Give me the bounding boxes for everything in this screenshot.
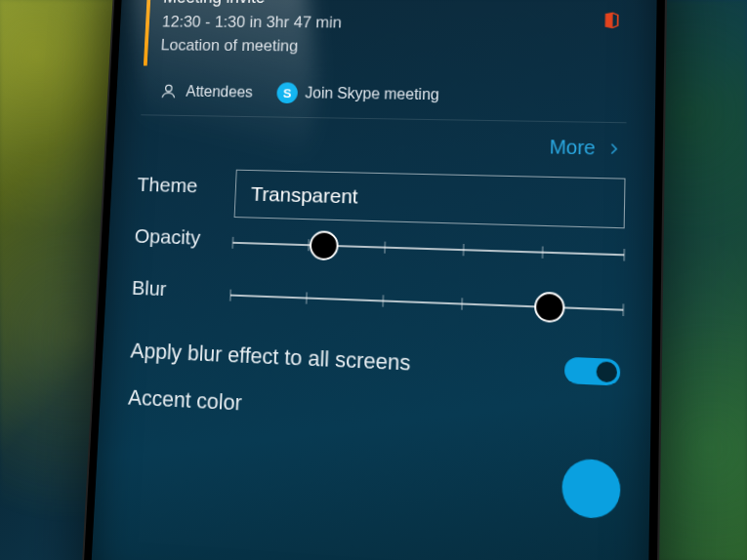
- phone-screen: Meeting invite 12:30 - 1:30 in 3hr 47 mi…: [90, 0, 657, 560]
- office-icon: [602, 11, 622, 30]
- accent-color-swatch[interactable]: [561, 459, 621, 521]
- apply-blur-label: Apply blur effect to all screens: [130, 339, 411, 377]
- slider-thumb[interactable]: [534, 292, 565, 323]
- calendar-event-card[interactable]: Meeting invite 12:30 - 1:30 in 3hr 47 mi…: [144, 0, 629, 71]
- accent-color-label: Accent color: [127, 385, 242, 417]
- theme-row: Theme Transparent: [136, 168, 626, 229]
- person-icon: [158, 81, 180, 101]
- blur-slider[interactable]: [229, 274, 624, 333]
- apply-blur-toggle[interactable]: [564, 357, 621, 386]
- skype-icon: S: [276, 83, 298, 104]
- blur-label: Blur: [131, 270, 222, 302]
- event-actions: Attendees S Join Skype meeting: [141, 71, 627, 123]
- phone-frame: Meeting invite 12:30 - 1:30 in 3hr 47 mi…: [80, 0, 668, 560]
- theme-label: Theme: [137, 168, 227, 199]
- chevron-right-icon: [605, 140, 622, 157]
- opacity-slider[interactable]: [231, 221, 624, 277]
- attendees-label: Attendees: [186, 84, 253, 101]
- attendees-button[interactable]: Attendees: [158, 81, 253, 103]
- theme-dropdown[interactable]: Transparent: [234, 170, 626, 229]
- blur-row: Blur: [131, 270, 624, 333]
- event-time: 12:30 - 1:30 in 3hr 47 min: [161, 11, 622, 36]
- event-location: Location of meeting: [160, 34, 622, 61]
- slider-thumb[interactable]: [309, 231, 339, 261]
- event-title: Meeting invite: [163, 0, 623, 11]
- more-label: More: [549, 137, 596, 160]
- svg-point-0: [166, 86, 173, 92]
- join-skype-button[interactable]: S Join Skype meeting: [276, 83, 439, 106]
- join-skype-label: Join Skype meeting: [305, 85, 439, 104]
- opacity-row: Opacity: [134, 219, 625, 277]
- theme-value: Transparent: [251, 182, 359, 208]
- opacity-label: Opacity: [134, 219, 225, 250]
